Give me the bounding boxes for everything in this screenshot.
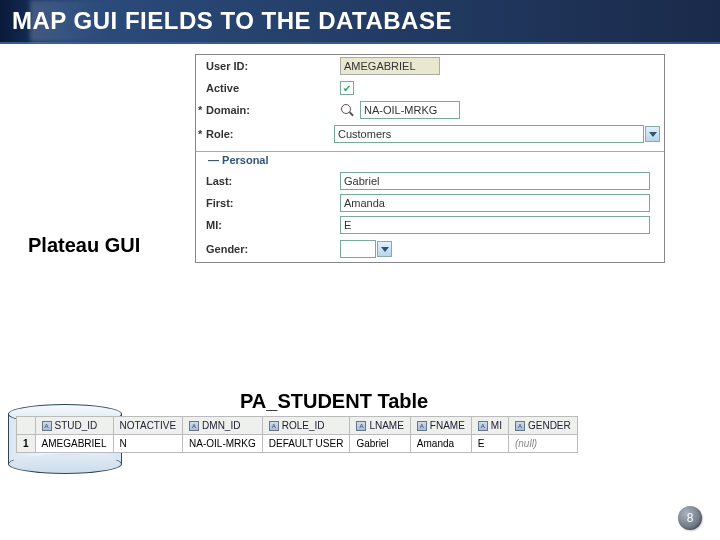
gender-select[interactable]: [340, 240, 376, 258]
col-gender: AGENDER: [508, 417, 577, 435]
rownum-cell: 1: [17, 435, 36, 453]
col-notactive: NOTACTIVE: [113, 417, 182, 435]
active-checkbox[interactable]: [340, 81, 354, 95]
section-personal: Personal: [196, 152, 664, 170]
domain-label: Domain:: [200, 104, 340, 116]
col-lname: ALNAME: [350, 417, 410, 435]
role-label: Role:: [200, 128, 334, 140]
col-role-id: AROLE_ID: [262, 417, 350, 435]
cell-role-id: DEFAULT USER: [262, 435, 350, 453]
mi-label: MI:: [200, 219, 340, 231]
plateau-gui-label: Plateau GUI: [28, 234, 140, 257]
cell-fname: Amanda: [410, 435, 471, 453]
table-row: 1 AMEGABRIEL N NA-OIL-MRKG DEFAULT USER …: [17, 435, 578, 453]
cell-lname: Gabriel: [350, 435, 410, 453]
mi-field[interactable]: [340, 216, 650, 234]
slide-header: MAP GUI FIELDS TO THE DATABASE: [0, 0, 720, 44]
col-stud-id: ASTUD_ID: [35, 417, 113, 435]
cell-notactive: N: [113, 435, 182, 453]
first-label: First:: [200, 197, 340, 209]
search-icon[interactable]: [340, 103, 354, 117]
cell-stud-id: AMEGABRIEL: [35, 435, 113, 453]
table-title: PA_STUDENT Table: [240, 390, 428, 413]
cell-mi: E: [471, 435, 508, 453]
cell-dmn-id: NA-OIL-MRKG: [183, 435, 263, 453]
role-select[interactable]: Customers: [334, 125, 644, 143]
last-field[interactable]: [340, 172, 650, 190]
cell-gender: (null): [508, 435, 577, 453]
chevron-down-icon[interactable]: [377, 241, 392, 257]
slide-title: MAP GUI FIELDS TO THE DATABASE: [12, 7, 452, 35]
user-id-field[interactable]: [340, 57, 440, 75]
user-id-label: User ID:: [200, 60, 340, 72]
domain-field[interactable]: [360, 101, 460, 119]
gender-label: Gender:: [200, 243, 340, 255]
col-fname: AFNAME: [410, 417, 471, 435]
slide-number-badge: 8: [678, 506, 702, 530]
active-label: Active: [200, 82, 340, 94]
col-dmn-id: ADMN_ID: [183, 417, 263, 435]
table-header-row: ASTUD_ID NOTACTIVE ADMN_ID AROLE_ID ALNA…: [17, 417, 578, 435]
chevron-down-icon[interactable]: [645, 126, 660, 142]
gui-form: User ID: Active Domain: Role: Customers …: [195, 54, 665, 263]
last-label: Last:: [200, 175, 340, 187]
rownum-header: [17, 417, 36, 435]
first-field[interactable]: [340, 194, 650, 212]
pa-student-table: ASTUD_ID NOTACTIVE ADMN_ID AROLE_ID ALNA…: [16, 416, 578, 453]
col-mi: AMI: [471, 417, 508, 435]
